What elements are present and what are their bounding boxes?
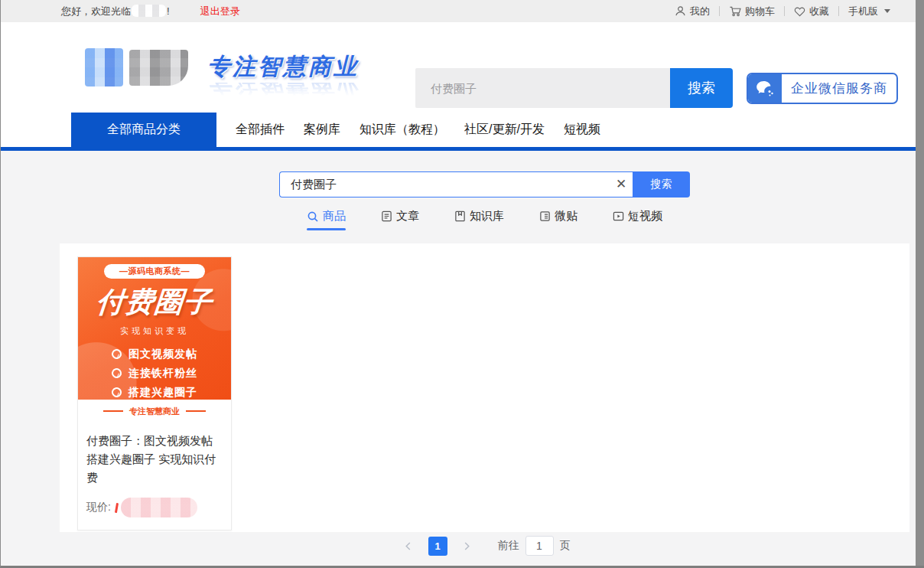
tab-knowledge-label: 知识库 (470, 209, 504, 224)
header-search-button[interactable]: 搜索 (670, 68, 733, 108)
list-icon (539, 211, 551, 222)
greeting-suffix: ! (167, 5, 170, 17)
prev-page-button[interactable] (399, 537, 418, 556)
product-title[interactable]: 付费圈子：图文视频发帖 搭建兴趣圈子 实现知识付费 (78, 423, 231, 487)
tab-goods-label: 商品 (323, 209, 346, 224)
tab-shortvideo-label: 短视频 (628, 209, 662, 224)
search-icon (307, 211, 319, 223)
cart-icon (729, 5, 741, 17)
check-circle-icon (111, 387, 123, 399)
tab-articles-label: 文章 (396, 209, 419, 224)
price-label: 现价: (86, 501, 111, 514)
slogan-reflection: 专注智慧商业 (207, 83, 360, 100)
wecom-service-label: 企业微信服务商 (782, 74, 896, 103)
my-account-label: 我的 (690, 5, 710, 18)
scrollbar[interactable] (916, 0, 924, 568)
pagination: 1 前往 页 (60, 536, 909, 556)
slogan-text: 专注智慧商业 (207, 51, 360, 83)
result-search-button[interactable]: 搜索 (633, 171, 690, 197)
favorites-link[interactable]: 收藏 (794, 5, 829, 18)
price-currency-blurred (115, 502, 119, 512)
video-icon (613, 211, 624, 222)
tab-microposts[interactable]: 微贴 (539, 209, 578, 230)
result-search-box: ✕ (279, 171, 633, 197)
page-unit-label: 页 (560, 539, 571, 553)
greeting-prefix: 您好，欢迎光临 (61, 5, 131, 17)
header-search-input[interactable] (415, 68, 670, 108)
slogan-block: 专注智慧商业 专注智慧商业 (207, 51, 360, 100)
close-icon[interactable]: ✕ (610, 172, 633, 197)
topbar-links: 我的 购物车 收藏 手机版 (675, 0, 890, 22)
site-logo-blurred[interactable] (85, 48, 123, 87)
topbar: 您好，欢迎光临! 退出登录 我的 购物车 收藏 手机版 (1, 0, 924, 22)
username-blurred (132, 5, 166, 17)
goto-label: 前往 (498, 539, 519, 553)
site-header: 专注智慧商业 专注智慧商业 搜索 企业微信服务商 (1, 22, 924, 113)
feature-item: 图文视频发帖 (78, 344, 231, 364)
product-image: —源码电商系统— 付费圈子 实现知识变现 图文视频发帖 连接铁杆粉丝 搭建兴趣圈… (78, 257, 231, 400)
article-icon (381, 211, 392, 222)
product-image-title: 付费圈子 (78, 283, 231, 322)
check-circle-icon (111, 367, 123, 380)
result-search-row: ✕ 搜索 (60, 151, 909, 197)
tab-microposts-label: 微贴 (555, 209, 578, 224)
wecom-chat-icon (748, 74, 782, 103)
book-icon (454, 211, 466, 222)
check-circle-icon (111, 348, 123, 361)
content-area: ✕ 搜索 商品 文章 知识库 (1, 151, 924, 568)
product-price-row: 现价: (78, 487, 231, 530)
price-value-blurred (121, 498, 197, 517)
nav-item-all-categories[interactable]: 全部商品分类 (71, 113, 216, 147)
divider (784, 6, 785, 16)
tab-articles[interactable]: 文章 (381, 209, 419, 230)
site-logo-text-blurred[interactable] (129, 50, 188, 86)
product-image-footer-text: 专注智慧商业 (129, 406, 180, 417)
feature-item: 搭建兴趣圈子 (78, 383, 231, 400)
mobile-version-menu[interactable]: 手机版 (848, 5, 890, 18)
product-card[interactable]: —源码电商系统— 付费圈子 实现知识变现 图文视频发帖 连接铁杆粉丝 搭建兴趣圈… (77, 256, 232, 530)
cart-link[interactable]: 购物车 (729, 5, 775, 18)
divider (719, 6, 720, 16)
user-icon (675, 5, 686, 17)
product-image-badge: —源码电商系统— (104, 264, 205, 279)
product-image-subtitle: 实现知识变现 (78, 325, 231, 337)
result-search-input[interactable] (280, 178, 610, 191)
tab-knowledge[interactable]: 知识库 (454, 209, 504, 230)
favorites-label: 收藏 (809, 5, 829, 18)
cart-label: 购物车 (745, 5, 775, 18)
goto-page-input[interactable] (525, 536, 554, 556)
my-account-link[interactable]: 我的 (675, 5, 710, 18)
product-image-features: 图文视频发帖 连接铁杆粉丝 搭建兴趣圈子 自定义建圈权限 (78, 344, 231, 400)
feature-item: 连接铁杆粉丝 (78, 364, 231, 383)
result-tabs: 商品 文章 知识库 微贴 短视频 (60, 209, 909, 230)
logout-link[interactable]: 退出登录 (200, 5, 240, 18)
tab-shortvideo[interactable]: 短视频 (613, 209, 662, 230)
wecom-service-button[interactable]: 企业微信服务商 (747, 73, 898, 104)
results-panel: —源码电商系统— 付费圈子 实现知识变现 图文视频发帖 连接铁杆粉丝 搭建兴趣圈… (60, 243, 909, 532)
mobile-version-label: 手机版 (848, 5, 878, 18)
nav-item-plugins[interactable]: 全部插件 (236, 122, 285, 138)
main-nav: 全部商品分类 全部插件 案例库 知识库（教程） 社区/更新/开发 短视频 (1, 113, 924, 147)
caret-down-icon (884, 9, 890, 13)
nav-item-knowledge[interactable]: 知识库（教程） (360, 122, 445, 138)
divider (838, 6, 839, 16)
header-search: 搜索 (415, 68, 733, 108)
nav-item-community[interactable]: 社区/更新/开发 (464, 122, 545, 138)
divider (103, 410, 123, 412)
tab-goods[interactable]: 商品 (307, 209, 346, 230)
goto-page-group: 前往 页 (498, 536, 571, 556)
nav-item-shortvideo[interactable]: 短视频 (564, 122, 600, 138)
nav-items: 全部插件 案例库 知识库（教程） 社区/更新/开发 短视频 (236, 113, 600, 147)
product-image-footer: 专注智慧商业 (78, 400, 231, 423)
next-page-button[interactable] (458, 537, 477, 556)
page-number-button[interactable]: 1 (428, 537, 447, 556)
browser-page: 您好，欢迎光临! 退出登录 我的 购物车 收藏 手机版 (0, 0, 924, 568)
heart-icon (794, 6, 805, 17)
nav-item-cases[interactable]: 案例库 (304, 122, 340, 138)
divider (186, 410, 206, 412)
greeting-text: 您好，欢迎光临! (61, 5, 170, 18)
